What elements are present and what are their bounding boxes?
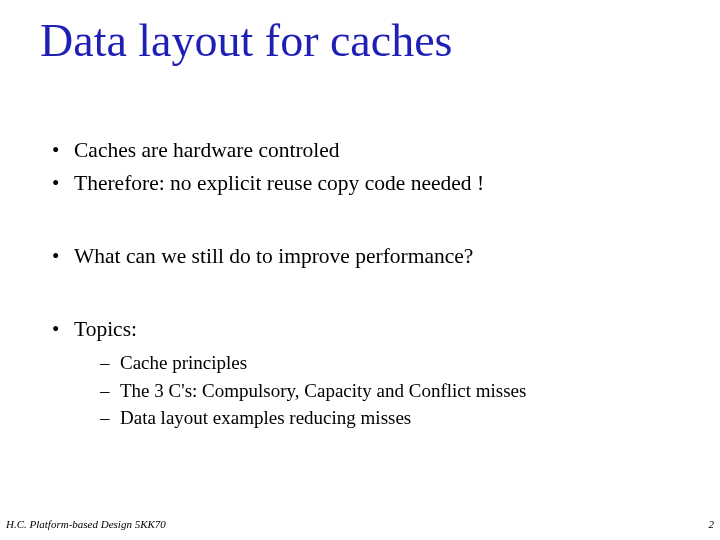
bullet-list: Topics: Cache principles The 3 C's: Comp… xyxy=(48,315,668,431)
bullet-list: What can we still do to improve performa… xyxy=(48,242,668,271)
slide-body: Caches are hardware controled Therefore:… xyxy=(48,136,668,435)
spacer xyxy=(48,202,668,242)
bullet-text: Topics: xyxy=(74,317,137,341)
footer-left: H.C. Platform-based Design 5KK70 xyxy=(6,518,166,530)
slide: Data layout for caches Caches are hardwa… xyxy=(0,0,720,540)
sub-bullet-item: The 3 C's: Compulsory, Capacity and Conf… xyxy=(100,378,668,404)
spacer xyxy=(48,275,668,315)
bullet-item: Caches are hardware controled xyxy=(48,136,668,165)
sub-bullet-item: Data layout examples reducing misses xyxy=(100,405,668,431)
bullet-list: Caches are hardware controled Therefore:… xyxy=(48,136,668,198)
bullet-item: Topics: Cache principles The 3 C's: Comp… xyxy=(48,315,668,431)
slide-title: Data layout for caches xyxy=(40,14,453,67)
footer-right: 2 xyxy=(709,518,715,530)
sub-bullet-list: Cache principles The 3 C's: Compulsory, … xyxy=(74,350,668,431)
sub-bullet-item: Cache principles xyxy=(100,350,668,376)
bullet-item: Therefore: no explicit reuse copy code n… xyxy=(48,169,668,198)
bullet-item: What can we still do to improve performa… xyxy=(48,242,668,271)
